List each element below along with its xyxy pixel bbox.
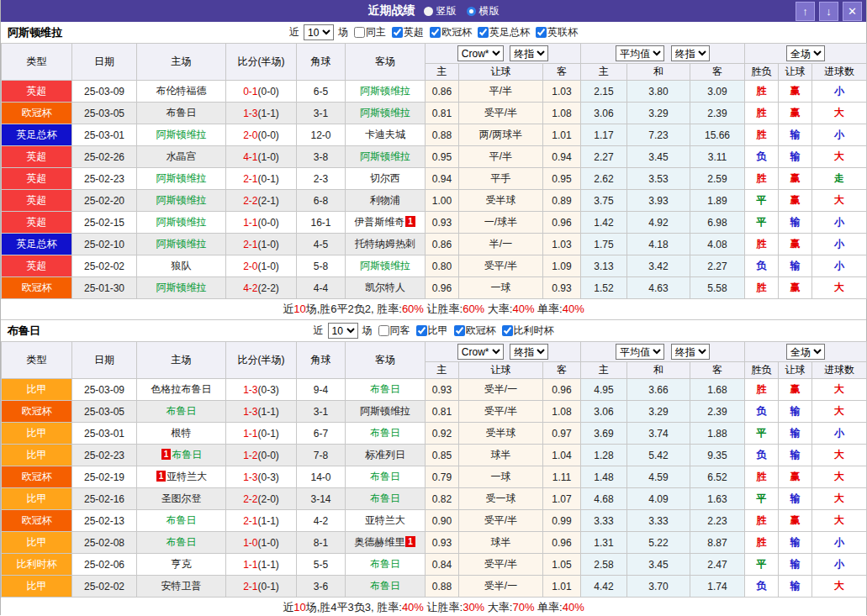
- close-button[interactable]: ✕: [843, 2, 862, 21]
- avg-stage-select[interactable]: 终指: [671, 344, 710, 360]
- avg-away-cell: 1.89: [690, 190, 745, 212]
- avg-away-cell: 2.23: [690, 510, 745, 532]
- score-cell: 2-1(1-1): [226, 510, 297, 532]
- team-name-text: 亨克: [172, 558, 192, 570]
- odds-source-select[interactable]: Crow*: [457, 344, 504, 360]
- avg-home-cell: 3.06: [581, 103, 627, 124]
- radio-vertical-icon[interactable]: [424, 7, 433, 16]
- odds-home-cell: 0.94: [426, 168, 459, 190]
- avg-source-select[interactable]: 平均值: [616, 344, 664, 360]
- handicap-result-cell: 输: [779, 532, 812, 554]
- away-team-cell: 布鲁日: [346, 423, 426, 445]
- league-type-badge: 英超: [2, 168, 72, 190]
- layout-option-vertical[interactable]: 竖版: [424, 4, 457, 18]
- league-checkbox[interactable]: [454, 325, 465, 336]
- match-row: 比甲 25-03-01 根特 1-1(0-1) 6-7 布鲁日 0.92 受半球…: [2, 423, 867, 445]
- away-team-cell: 阿斯顿维拉: [346, 146, 426, 168]
- league-checkbox[interactable]: [392, 27, 403, 38]
- fulltime-score: 2-1: [243, 515, 257, 527]
- score-cell: 1-1(0-0): [226, 212, 297, 234]
- avg-home-cell: 1.17: [581, 124, 627, 146]
- summary-text: 大率:: [484, 601, 512, 613]
- match-row: 比甲 25-02-16 圣图尔登 2-2(2-0) 3-14 布鲁日 0.82 …: [2, 488, 867, 510]
- corner-cell: 3-1: [297, 401, 346, 423]
- team-name-text: 伊普斯维奇: [354, 216, 404, 228]
- handicap-cell: 平手: [459, 168, 543, 190]
- league-checkbox[interactable]: [416, 325, 427, 336]
- move-down-button[interactable]: ↓: [819, 2, 838, 21]
- away-team-cell: 布鲁日: [346, 554, 426, 576]
- home-team-cell: 阿斯顿维拉: [137, 124, 226, 146]
- avg-home-cell: 1.42: [581, 212, 627, 234]
- league-checkbox[interactable]: [478, 27, 489, 38]
- score-cell: 2-0(1-0): [226, 255, 297, 277]
- col-away: 客场: [346, 342, 426, 379]
- league-type-badge: 欧冠杯: [2, 466, 72, 488]
- handicap-result-cell: 赢: [779, 510, 812, 532]
- col-away: 客场: [346, 44, 426, 81]
- avg-draw-cell: 5.42: [627, 445, 690, 466]
- same-venue-filter[interactable]: 同客: [375, 324, 410, 338]
- same-venue-checkbox[interactable]: [354, 27, 365, 38]
- league-checkbox[interactable]: [430, 27, 441, 38]
- away-team-cell: 阿斯顿维拉: [346, 103, 426, 124]
- avg-source-select[interactable]: 平均值: [616, 45, 664, 61]
- match-count-select[interactable]: 10: [328, 323, 358, 339]
- league-type-badge: 英超: [2, 146, 72, 168]
- goals-result-cell: 大: [812, 466, 867, 488]
- match-row: 欧冠杯 25-02-19 1亚特兰大 1-3(0-3) 14-0 布鲁日 0.7…: [2, 466, 867, 488]
- move-up-button[interactable]: ↑: [796, 2, 815, 21]
- league-type-badge: 英超: [2, 212, 72, 234]
- date-cell: 25-02-19: [72, 466, 137, 488]
- odds-away-cell: 1.05: [543, 554, 581, 576]
- league-checkbox[interactable]: [536, 27, 547, 38]
- odds-stage-select[interactable]: 终指: [510, 45, 548, 61]
- fulltime-score: 4-2: [243, 282, 257, 294]
- league-filter-1-2[interactable]: 比利时杯: [499, 324, 554, 338]
- score-cell: 2-0(0-0): [226, 124, 297, 146]
- odds-source-select[interactable]: Crow*: [457, 45, 504, 61]
- league-filter-1-1[interactable]: 欧冠杯: [451, 324, 496, 338]
- score-cell: 1-3(1-1): [226, 401, 297, 423]
- league-checkbox[interactable]: [502, 325, 513, 336]
- league-filter-0-1[interactable]: 欧冠杯: [426, 25, 472, 39]
- corner-cell: 6-5: [297, 81, 346, 103]
- odds-away-cell: 0.96: [543, 379, 581, 401]
- team-name-text: 布鲁日: [167, 107, 197, 118]
- handicap-result-cell: 赢: [779, 277, 812, 299]
- col-score: 比分(半场): [226, 342, 297, 379]
- goals-result-cell: 小: [812, 81, 867, 103]
- handicap-result-cell: 赢: [779, 466, 812, 488]
- result-cell: 负: [745, 146, 779, 168]
- score-cell: 1-1(0-1): [226, 423, 297, 445]
- fulltime-score: 2-1: [243, 173, 257, 185]
- avg-draw-cell: 3.45: [627, 554, 690, 576]
- match-count-select[interactable]: 10: [304, 24, 334, 40]
- home-team-cell: 色格拉布鲁日: [137, 379, 226, 401]
- match-row: 比利时杯 25-02-06 亨克 1-1(1-1) 5-5 布鲁日 0.84 受…: [2, 554, 867, 576]
- scope-select[interactable]: 全场: [786, 45, 825, 61]
- avg-group-header: 平均值 终指: [581, 44, 745, 64]
- same-venue-checkbox[interactable]: [378, 325, 389, 336]
- avg-away-cell: 3.11: [690, 146, 745, 168]
- handicap-cell: 受平/半: [459, 510, 543, 532]
- radio-horizontal-icon[interactable]: [467, 7, 476, 16]
- halftime-score: (1-1): [258, 406, 279, 418]
- odds-stage-select[interactable]: 终指: [510, 344, 548, 360]
- league-filter-1-0[interactable]: 比甲: [413, 324, 448, 338]
- league-filter-0-0[interactable]: 英超: [389, 25, 424, 39]
- league-filter-0-3[interactable]: 英联杯: [532, 25, 578, 39]
- layout-option-horizontal[interactable]: 横版: [467, 4, 500, 18]
- scope-select[interactable]: 全场: [786, 344, 825, 360]
- league-label: 比甲: [428, 324, 448, 338]
- result-cell: 胜: [745, 234, 779, 255]
- handicap-cell: 受平/半: [459, 103, 543, 124]
- league-type-badge: 英超: [2, 255, 72, 277]
- goals-result-cell: 小: [812, 212, 867, 234]
- league-filter-0-2[interactable]: 英足总杯: [474, 25, 530, 39]
- avg-draw-cell: 3.29: [627, 103, 690, 124]
- date-cell: 25-02-08: [72, 532, 137, 554]
- avg-home-cell: 2.62: [581, 168, 627, 190]
- same-venue-filter[interactable]: 同主: [351, 25, 386, 39]
- avg-stage-select[interactable]: 终指: [671, 45, 710, 61]
